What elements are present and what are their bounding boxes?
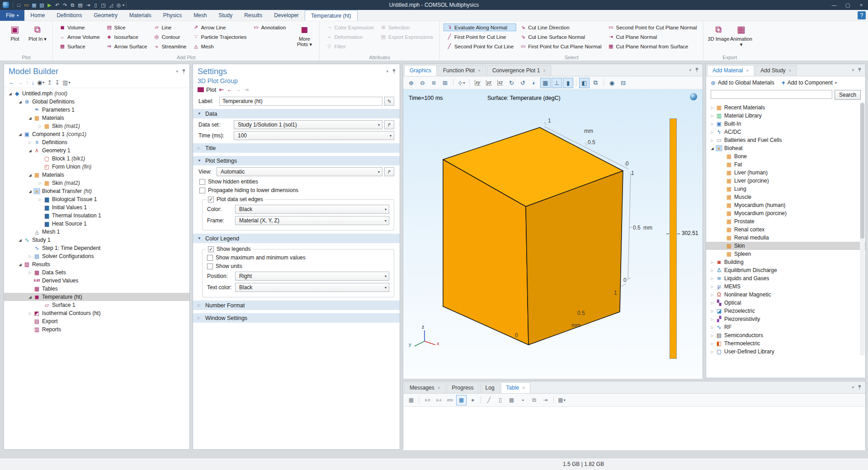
- tree-item-temperature-ht[interactable]: ◢◼Temperature (ht): [4, 293, 189, 301]
- propagate-hiding-checkbox[interactable]: Propagate hiding to lower dimensions: [199, 187, 394, 193]
- tree-item-optical[interactable]: ▷▚Optical: [706, 299, 865, 307]
- expand-arrow-icon[interactable]: ▷: [709, 334, 716, 338]
- collapse-arrow-icon[interactable]: ◢: [27, 189, 33, 193]
- tree-item-form-union[interactable]: ◰Form Union(fin): [4, 163, 189, 171]
- tree-item-prostate[interactable]: ▦Prostate: [706, 217, 865, 226]
- show-legends-checkbox[interactable]: ✓ Show legends: [206, 246, 252, 252]
- tree-item-piezoresistivity[interactable]: ▷▞Piezoresistivity: [706, 315, 865, 323]
- paste-icon[interactable]: ▤: [76, 1, 84, 9]
- rename-button[interactable]: ✎: [384, 97, 394, 106]
- time-select[interactable]: 100▾: [234, 131, 394, 140]
- cut-line-surface-normal-button[interactable]: ⇘Cut Line Surface Normal: [517, 33, 604, 41]
- tree-item-reports[interactable]: ▥Reports: [4, 325, 189, 334]
- transparency-icon[interactable]: ◧: [579, 78, 590, 88]
- isosurface-button[interactable]: ◈Isosurface: [104, 33, 150, 41]
- show-hidden-entities-checkbox[interactable]: Show hidden entities: [199, 179, 394, 185]
- tree-item-solver-configurations[interactable]: ▷▤Solver Configurations: [4, 252, 189, 260]
- tree-item-liver-porcine[interactable]: ▦Liver (porcine): [706, 177, 865, 185]
- pin-icon[interactable]: [392, 69, 396, 74]
- expand-arrow-icon[interactable]: ▷: [709, 325, 716, 329]
- plot-in-button[interactable]: ⧉ Plot In ▾: [26, 23, 49, 42]
- expand-arrow-icon[interactable]: ▷: [37, 124, 43, 128]
- view-xz-icon[interactable]: xz: [495, 78, 505, 88]
- add-to-global-materials-button[interactable]: ⊕ Add to Global Materials: [711, 80, 774, 86]
- image-snapshot-icon[interactable]: ◉: [607, 78, 617, 88]
- tree-item-nonlinear-magnetic[interactable]: ▷ΩNonlinear Magnetic: [706, 291, 865, 299]
- first-solution-icon[interactable]: ⇤: [219, 86, 224, 93]
- evaluate-along-normal-button[interactable]: ↴Evaluate Along Normal: [443, 24, 516, 31]
- expand-arrow-icon[interactable]: ▷: [709, 260, 716, 264]
- tree-item-study-1[interactable]: ◢∿Study 1: [4, 236, 189, 244]
- tree-item-block-1[interactable]: ▢Block 1(blk1): [4, 155, 189, 163]
- scene-light-icon[interactable]: ◐: [529, 78, 539, 88]
- pin-icon[interactable]: [858, 385, 862, 390]
- tree-item-renal-medulla[interactable]: ▦Renal medulla: [706, 234, 865, 242]
- particle-trajectories-button[interactable]: ∵Particle Trajectories: [190, 33, 249, 41]
- cut-plane-normal-from-surface-button[interactable]: ▦Cut Plane Normal from Surface: [605, 42, 699, 50]
- precision-85-icon[interactable]: 8-5: [422, 395, 433, 405]
- tree-item-bone[interactable]: ▦Bone: [706, 152, 865, 160]
- more-plots-button[interactable]: ◼ More Plots ▾: [293, 23, 316, 47]
- tree-item-myocardium-human[interactable]: ▦Myocardium (human): [706, 201, 865, 209]
- expand-arrow-icon[interactable]: ▷: [37, 197, 43, 202]
- forward-icon[interactable]: →: [17, 79, 23, 86]
- paste-special-icon[interactable]: ⇥: [84, 1, 92, 9]
- tree-item-rf[interactable]: ▷∿RF: [706, 323, 865, 331]
- tab-graphics[interactable]: Graphics: [404, 65, 437, 76]
- find-icon[interactable]: ◎: [115, 1, 123, 9]
- panel-menu-chevron-icon[interactable]: ▾: [176, 69, 178, 74]
- view-select[interactable]: Automatic▾: [217, 167, 382, 176]
- material-search-input[interactable]: [711, 90, 832, 99]
- collapse-arrow-icon[interactable]: ◢: [7, 92, 14, 96]
- last-solution-icon[interactable]: ⇥: [244, 86, 249, 93]
- sphere-icon[interactable]: ●: [467, 395, 478, 405]
- tab-definitions[interactable]: Definitions: [51, 10, 88, 21]
- close-tab-icon[interactable]: ×: [522, 385, 525, 390]
- tree-item-equilibrium-discharge[interactable]: ▷ΔEquilibrium Discharge: [706, 266, 865, 274]
- zoom-extents-icon[interactable]: ⊞: [440, 78, 450, 88]
- copy-image-icon[interactable]: ⧉: [590, 78, 601, 88]
- tree-item-thermal-insulation-1[interactable]: ▆Thermal Insulation 1: [4, 212, 189, 220]
- collapse-arrow-icon[interactable]: ◢: [27, 116, 33, 120]
- surface-button[interactable]: ▦Surface: [57, 42, 103, 50]
- panel-menu-chevron-icon[interactable]: ▾: [689, 68, 691, 72]
- close-tab-icon[interactable]: ×: [478, 68, 481, 73]
- arrow-surface-button[interactable]: ⇒Arrow Surface: [104, 42, 150, 50]
- tab-messages[interactable]: Messages×: [404, 382, 446, 393]
- first-point-for-cut-plane-normal-button[interactable]: ▭First Point for Cut Plane Normal: [517, 42, 604, 50]
- tree-item-initial-values-1[interactable]: ▆Initial Values 1: [4, 203, 189, 212]
- tree-item-batteries-and-fuel-cells[interactable]: ▷▭Batteries and Fuel Cells: [706, 136, 865, 144]
- tree-item-myocardium-porcine[interactable]: ▦Myocardium (porcine): [706, 209, 865, 217]
- back-icon[interactable]: ←: [9, 79, 14, 86]
- next-solution-icon[interactable]: →: [235, 86, 241, 93]
- go-to-source-button[interactable]: ↱: [384, 120, 394, 129]
- tree-item-user-defined-library[interactable]: ▷▢User-Defined Library: [706, 348, 865, 356]
- clear-icon[interactable]: ◿: [107, 1, 115, 9]
- print-icon[interactable]: ⊟: [618, 78, 628, 88]
- tree-item-results[interactable]: ◢▨Results: [4, 260, 189, 268]
- tree-item-thermoelectric[interactable]: ▷◧Thermoelectric: [706, 339, 865, 348]
- move-down-icon[interactable]: ↓: [32, 79, 35, 86]
- show-icon[interactable]: ◉▾: [37, 79, 44, 86]
- tab-function-plot[interactable]: Function Plot×: [438, 65, 486, 76]
- expand-arrow-icon[interactable]: ▷: [709, 130, 716, 134]
- collapse-arrow-icon[interactable]: ◢: [17, 100, 24, 104]
- undo-icon[interactable]: ↶: [53, 1, 61, 9]
- expand-arrow-icon[interactable]: ▷: [709, 277, 716, 281]
- pin-icon[interactable]: [858, 67, 862, 73]
- tab-geometry[interactable]: Geometry: [88, 10, 123, 21]
- tree-item-tables[interactable]: ▦Tables: [4, 285, 189, 293]
- first-point-for-cut-line-button[interactable]: ╱First Point for Cut Line: [443, 33, 516, 41]
- plot-button[interactable]: ▣ Plot: [4, 23, 26, 42]
- text-color-select[interactable]: Black▾: [235, 283, 389, 292]
- run-icon[interactable]: ▶: [46, 1, 53, 9]
- tab-log[interactable]: Log: [480, 382, 500, 393]
- tab-progress[interactable]: Progress: [447, 382, 479, 393]
- contour-button[interactable]: ◎Contour: [151, 33, 189, 41]
- section-title[interactable]: ▷ Title: [193, 143, 400, 153]
- 3d-image-button[interactable]: ⧉ 3D Image: [707, 23, 730, 47]
- expand-arrow-icon[interactable]: ▷: [709, 342, 716, 346]
- expand-arrow-icon[interactable]: ▷: [709, 350, 716, 354]
- open-icon[interactable]: ▭: [23, 1, 30, 9]
- plot-data-set-edges-checkbox[interactable]: ✓ Plot data set edges: [206, 196, 265, 202]
